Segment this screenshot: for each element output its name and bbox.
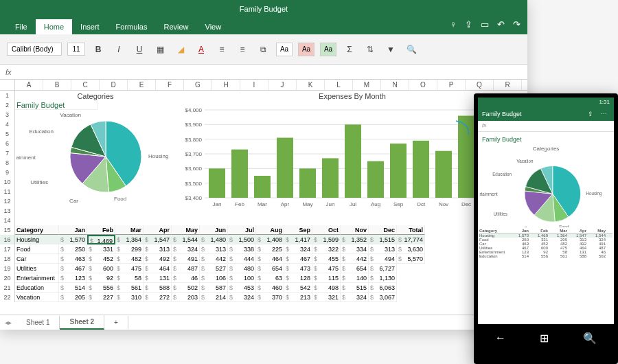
row-header[interactable]: 16 [0,235,15,244]
table-header-cell[interactable]: Jul [228,225,256,235]
data-cell[interactable]: $514 [59,283,87,293]
italic-button[interactable]: I [111,42,126,57]
sum-button[interactable]: Σ [342,42,357,57]
table-header-cell[interactable]: Mar [115,225,144,235]
cell-style-2[interactable]: Aa [298,43,314,56]
data-cell[interactable]: $498 [312,283,341,293]
data-cell[interactable]: $542 [284,283,312,293]
formula-bar[interactable]: fx [0,65,527,80]
data-cell[interactable]: $1,547 [144,235,172,244]
data-cell[interactable]: $370 [256,293,284,302]
category-cell[interactable]: Entertainment [15,273,59,283]
tell-me-icon[interactable]: ♀ [450,19,457,30]
category-cell[interactable]: Education [15,283,59,293]
data-cell[interactable]: $313 [369,244,397,254]
underline-button[interactable]: U [132,42,147,57]
col-header[interactable]: B [43,80,71,90]
data-cell[interactable]: $1,469 [87,235,115,244]
col-header[interactable]: N [381,80,409,90]
data-cell[interactable]: $321 [312,293,341,302]
col-header[interactable]: I [240,80,268,90]
data-cell[interactable]: $324 [228,293,256,302]
data-cell[interactable]: $313 [144,244,172,254]
data-cell[interactable]: $1,417 [284,235,312,244]
row-header[interactable]: 10 [0,177,15,187]
row-header[interactable]: 8 [0,158,15,168]
data-cell[interactable]: $140 [341,273,369,283]
data-cell[interactable]: $515 [341,283,369,293]
sheet-nav-icon[interactable]: ◂▸ [0,319,16,326]
row-header[interactable]: 1 [0,91,15,100]
phone-home-icon[interactable]: ⊞ [540,332,549,345]
row-header[interactable]: 9 [0,168,15,177]
row-header[interactable]: 15 [0,225,15,235]
row-header[interactable]: 7 [0,148,15,158]
col-header[interactable]: F [156,80,184,90]
data-cell[interactable]: $324 [172,244,200,254]
row-header[interactable]: 12 [0,196,15,206]
border-button[interactable]: ▦ [152,42,168,57]
tab-formulas[interactable]: Formulas [108,19,156,34]
row-header[interactable]: 13 [0,206,15,216]
col-header[interactable]: C [71,80,100,90]
data-cell[interactable]: $467 [284,254,312,264]
tab-review[interactable]: Review [155,19,196,34]
col-header[interactable]: A [15,80,43,90]
data-cell[interactable]: $444 [228,254,256,264]
data-cell[interactable]: $654 [256,264,284,273]
data-cell[interactable]: $1,130 [369,273,397,283]
undo-icon[interactable]: ↶ [497,19,505,30]
data-cell[interactable]: $3,630 [397,244,425,254]
data-cell[interactable]: $272 [144,293,172,302]
data-cell[interactable]: $1,408 [256,235,284,244]
row-header[interactable]: 20 [0,273,15,283]
data-cell[interactable]: $106 [200,273,228,283]
data-cell[interactable]: $17,774 [397,235,425,244]
data-cell[interactable]: $475 [115,264,144,273]
data-cell[interactable]: $464 [144,264,172,273]
table-header-cell[interactable]: Apr [144,225,172,235]
row-header[interactable]: 17 [0,244,15,254]
row-header[interactable]: 3 [0,110,15,120]
data-cell[interactable]: $442 [341,254,369,264]
spreadsheet-grid[interactable]: ABCDEFGHIJKLMNOPQR 1 2 Family Budget Cat… [0,80,527,315]
data-cell[interactable]: $1,352 [341,235,369,244]
data-cell[interactable]: $5,570 [397,254,425,264]
table-header-cell[interactable]: Jan [59,225,87,235]
data-cell[interactable]: $313 [200,244,228,254]
tab-view[interactable]: View [197,19,230,34]
data-cell[interactable]: $453 [228,283,256,293]
table-header-cell[interactable]: Oct [312,225,341,235]
sheet-tab-2[interactable]: Sheet 2 [60,315,104,330]
col-header[interactable]: J [268,80,297,90]
data-cell[interactable]: $250 [59,244,87,254]
data-cell[interactable]: $338 [228,244,256,254]
font-size-select[interactable]: 11 [67,43,85,56]
tab-insert[interactable]: Insert [72,19,108,34]
cell-style-1[interactable]: Aa [276,43,293,56]
col-header[interactable]: K [297,80,325,90]
filter-button[interactable]: ▼ [383,42,398,57]
data-cell[interactable]: $100 [228,273,256,283]
data-cell[interactable]: $460 [256,283,284,293]
data-cell[interactable]: $473 [284,264,312,273]
phone-share-icon[interactable]: ⇪ ⋯ [588,111,610,117]
col-header[interactable]: D [100,80,128,90]
data-cell[interactable]: $46 [172,273,200,283]
font-color-button[interactable]: A [194,42,209,57]
col-header[interactable]: Q [466,80,494,90]
sheet-tab-1[interactable]: Sheet 1 [16,316,60,329]
data-cell[interactable]: $334 [341,244,369,254]
row-header[interactable]: 18 [0,254,15,264]
category-cell[interactable]: Food [15,244,59,254]
col-header[interactable]: P [437,80,466,90]
data-cell[interactable]: $1,480 [200,235,228,244]
data-cell[interactable]: $63 [256,273,284,283]
data-cell[interactable]: $322 [312,244,341,254]
data-cell[interactable]: $1,599 [312,235,341,244]
row-header[interactable]: 5 [0,129,15,139]
data-cell[interactable]: $324 [341,293,369,302]
data-cell[interactable]: $654 [341,264,369,273]
redo-icon[interactable]: ↷ [513,19,520,30]
data-cell[interactable]: $6,727 [369,264,397,273]
